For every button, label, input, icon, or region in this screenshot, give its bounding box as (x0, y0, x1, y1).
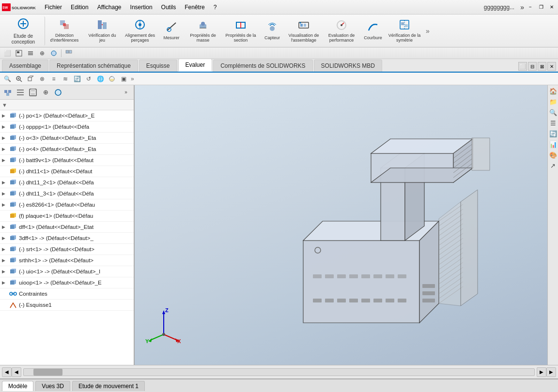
tree-item-o4[interactable]: ▶(-) o<4> (Défaut<<Défaut>_Eta (0, 144, 134, 155)
tree-item-esquisse1[interactable]: (-) Esquisse1 (0, 300, 134, 311)
minimize-button[interactable]: − (526, 3, 535, 12)
sb-display[interactable]: ▣ (118, 74, 129, 84)
toolbar-courbure[interactable]: Courbure (361, 17, 385, 45)
expand-arrow-uio1[interactable]: ▶ (2, 269, 9, 274)
rp-search[interactable]: 🔍 (548, 107, 558, 117)
restore-panel-btn[interactable]: ⬜ (518, 62, 527, 71)
tree-item-dff1[interactable]: ▶dff<1> (Défaut<<Défaut>_Etat (0, 222, 134, 233)
menu-help[interactable]: ? (210, 2, 221, 12)
tree-item-plaque1[interactable]: (f) plaque<1> (Défaut<<Défau (0, 211, 134, 222)
tree-item-dht11_31[interactable]: ▶(-) dht11_3<1> (Défaut<<Défa (0, 188, 134, 199)
scroll-right2-btn[interactable]: ▶ (546, 367, 556, 377)
tree-item-es82661[interactable]: ▶(-) es8266<1> (Défaut<<Défau (0, 199, 134, 211)
scroll-right-btn[interactable]: ▶ (537, 367, 546, 377)
menu-affichage[interactable]: Affichage (93, 2, 125, 12)
menu-outils[interactable]: Outils (157, 2, 180, 12)
qb-btn-0[interactable]: ⬜ (2, 48, 13, 59)
toolbar-verification-jeu[interactable]: Vérification du jeu (84, 17, 121, 45)
expand-arrow-opppp1[interactable]: ▶ (2, 124, 9, 129)
expand-btn[interactable]: » (520, 3, 524, 11)
sb-color[interactable] (107, 74, 117, 84)
qb-btn-2[interactable] (25, 48, 36, 59)
menu-fichier[interactable]: Fichier (41, 2, 66, 12)
expand-arrow-es82661[interactable]: ▶ (2, 202, 9, 207)
tab-evaluer[interactable]: Evaluer (178, 59, 213, 72)
menu-edition[interactable]: Edition (67, 2, 93, 12)
tree-item-uioop1[interactable]: ▶uioop<1> -> (Défaut<<Défaut>_E (0, 277, 134, 288)
tab-esquisse[interactable]: Esquisse (139, 60, 177, 72)
qb-btn-3[interactable]: ⊕ (37, 48, 47, 59)
rp-chart[interactable]: 📊 (548, 139, 558, 149)
toolbar-etude-conception[interactable]: Etude de conception (2, 16, 45, 45)
tab-etude-mouvement[interactable]: Etude de mouvement 1 (72, 381, 145, 391)
expand-arrow-uioop1[interactable]: ▶ (2, 280, 9, 285)
toolbar-detection-interferences[interactable]: Détection d'interférences (46, 17, 83, 45)
rp-color[interactable]: 🎨 (548, 150, 558, 160)
tree-item-uio1[interactable]: ▶(-) uio<1> -> (Défaut<<Défaut>_I (0, 266, 134, 277)
float-panel-btn[interactable]: ⊟ (528, 62, 537, 71)
sb-undo[interactable]: ↺ (83, 74, 94, 84)
rp-link[interactable]: ↗ (548, 161, 558, 170)
expand-arrow-batt9v1[interactable]: ▶ (2, 158, 9, 163)
close-button[interactable]: ✕ (547, 3, 556, 12)
sb-view-6[interactable]: ≋ (60, 74, 71, 84)
toolbar-capteur[interactable]: Capteur (260, 17, 284, 45)
expand-arrow-dff1[interactable]: ▶ (2, 225, 9, 229)
tree-item-contraintes[interactable]: Contraintes (0, 288, 134, 300)
toolbar-proprietes-masse[interactable]: Propriétés de masse (185, 17, 221, 45)
toolbar-evaluation-performance[interactable]: Evaluation de performance (323, 17, 360, 45)
tree-item-srt1[interactable]: ▶(-) srt<1> -> (Défaut<<Défaut> (0, 244, 134, 255)
toolbar-mesurer[interactable]: Mesurer (159, 17, 184, 45)
tree-tb-assembly[interactable] (2, 87, 14, 98)
tab-modele[interactable]: Modèle (2, 381, 33, 391)
horizontal-scrollbar[interactable] (23, 368, 535, 376)
toolbar-visualisation-assemblage[interactable]: Visualisation de l'assemblage (285, 17, 322, 45)
toolbar-verification-symetrie[interactable]: Vérification de la symétrie (386, 17, 423, 45)
tree-item-o3[interactable]: ▶(-) o<3> (Défaut<<Défaut>_Eta (0, 133, 134, 144)
expand-arrow-srt1[interactable]: ▶ (2, 247, 9, 252)
tab-complements[interactable]: Compléments de SOLIDWORKS (213, 60, 312, 72)
tree-item-dht111[interactable]: (-) dht11<1> (Défaut<<Défaut (0, 166, 134, 177)
secondbar-expand[interactable]: » (131, 75, 134, 82)
sb-view-5[interactable]: ≡ (48, 74, 59, 84)
tab-representation[interactable]: Représentation schématique (49, 60, 138, 72)
expand-arrow-3dff1[interactable]: ▶ (2, 236, 9, 241)
expand-arrow-srthh1[interactable]: ▶ (2, 258, 9, 263)
tree-item-batt9v1[interactable]: ▶(-) batt9v<1> (Défaut<<Défaut (0, 155, 134, 166)
qb-btn-1[interactable] (14, 48, 24, 59)
tree-item-3dff1[interactable]: ▶3dff<1> -> (Défaut<<Défaut>_ (0, 233, 134, 244)
tree-item-opppp1[interactable]: ▶(-) opppp<1> (Défaut<<Défa (0, 121, 134, 133)
rp-list[interactable]: ☰ (548, 118, 558, 128)
toolbar-alignement-percages[interactable]: Alignement des perçages (122, 17, 158, 45)
qb-btn-4[interactable] (48, 48, 59, 59)
3d-viewport[interactable]: Z X Y (135, 85, 547, 365)
tree-tb-color[interactable] (52, 87, 64, 98)
tree-tb-add[interactable]: ⊕ (40, 87, 51, 98)
rp-refresh[interactable]: 🔄 (548, 129, 558, 138)
undock-panel-btn[interactable]: ⊠ (538, 62, 546, 71)
expand-arrow-dht11_21[interactable]: ▶ (2, 180, 9, 185)
menu-insertion[interactable]: Insertion (126, 2, 156, 12)
sb-zoom-area[interactable] (14, 74, 24, 84)
close-panel-btn[interactable]: ✕ (547, 62, 556, 71)
scroll-thumb[interactable] (33, 369, 62, 376)
rp-home[interactable]: 🏠 (548, 86, 558, 96)
expand-arrow-o4[interactable]: ▶ (2, 147, 9, 151)
expand-arrow-po1[interactable]: ▶ (2, 113, 9, 118)
sb-view-3[interactable] (25, 74, 36, 84)
sb-view-4[interactable]: ⊗ (37, 74, 47, 84)
menu-fenetre[interactable]: Fenêtre (181, 2, 208, 12)
tree-item-dht11_21[interactable]: ▶(-) dht11_2<1> (Défaut<<Défa (0, 177, 134, 188)
toolbar-proprietes-section[interactable]: Propriétés de la section (222, 17, 259, 45)
scroll-left-btn[interactable]: ◀ (2, 367, 12, 377)
tree-expand[interactable]: » (120, 87, 132, 98)
scroll-left2-btn[interactable]: ◀ (12, 367, 21, 377)
restore-button[interactable]: ❐ (537, 3, 545, 12)
expand-arrow-o3[interactable]: ▶ (2, 136, 9, 140)
sb-search[interactable]: 🔍 (2, 74, 13, 84)
tab-assemblage[interactable]: Assemblage (2, 60, 48, 72)
toolbar-expand[interactable]: » (426, 27, 430, 35)
qb-view-btn[interactable] (63, 48, 74, 59)
sb-globe[interactable]: 🌐 (95, 74, 106, 84)
rp-folder[interactable]: 📁 (548, 97, 558, 106)
